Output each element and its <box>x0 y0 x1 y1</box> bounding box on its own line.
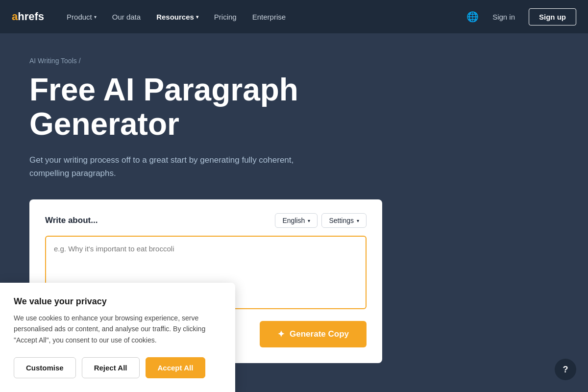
nav-item-enterprise[interactable]: Enterprise <box>245 9 293 25</box>
nav-item-resources[interactable]: Resources ▾ <box>149 9 205 25</box>
signup-button[interactable]: Sign up <box>529 8 576 25</box>
chevron-down-icon: ▾ <box>196 14 198 20</box>
signin-button[interactable]: Sign in <box>487 9 521 25</box>
chevron-down-icon: ▾ <box>308 218 310 223</box>
help-button[interactable]: ? <box>555 359 576 380</box>
settings-dropdown[interactable]: Settings ▾ <box>321 213 367 228</box>
chevron-down-icon: ▾ <box>94 14 97 20</box>
tool-header: Write about... English ▾ Settings ▾ <box>45 213 367 228</box>
cookie-buttons: Customise Reject All Accept All <box>14 357 221 378</box>
logo[interactable]: ahrefs <box>12 10 44 23</box>
navbar: ahrefs Product ▾ Our data Resources ▾ Pr… <box>0 0 588 33</box>
cookie-title: We value your privacy <box>14 296 221 307</box>
chevron-down-icon: ▾ <box>357 218 359 223</box>
cookie-banner: We value your privacy We use cookies to … <box>0 283 235 392</box>
write-about-label: Write about... <box>45 216 98 225</box>
nav-right: 🌐 Sign in Sign up <box>466 8 576 25</box>
language-globe-button[interactable]: 🌐 <box>466 11 479 23</box>
spark-icon: ✦ <box>277 329 285 340</box>
customise-button[interactable]: Customise <box>14 357 76 378</box>
tool-controls: English ▾ Settings ▾ <box>275 213 367 228</box>
reject-all-button[interactable]: Reject All <box>82 357 140 378</box>
nav-item-product[interactable]: Product ▾ <box>60 9 103 25</box>
accept-all-button[interactable]: Accept All <box>146 357 206 378</box>
generate-copy-button[interactable]: ✦ Generate Copy <box>260 321 367 347</box>
page-title: Free AI Paragraph Generator <box>29 73 372 142</box>
breadcrumb: AI Writing Tools / <box>29 57 559 65</box>
cookie-text: We use cookies to enhance your browsing … <box>14 313 221 345</box>
page-subtitle: Get your writing process off to a great … <box>29 153 304 180</box>
language-dropdown[interactable]: English ▾ <box>275 213 318 228</box>
nav-links: Product ▾ Our data Resources ▾ Pricing E… <box>60 9 463 25</box>
nav-item-ourdata[interactable]: Our data <box>105 9 147 25</box>
nav-item-pricing[interactable]: Pricing <box>207 9 244 25</box>
